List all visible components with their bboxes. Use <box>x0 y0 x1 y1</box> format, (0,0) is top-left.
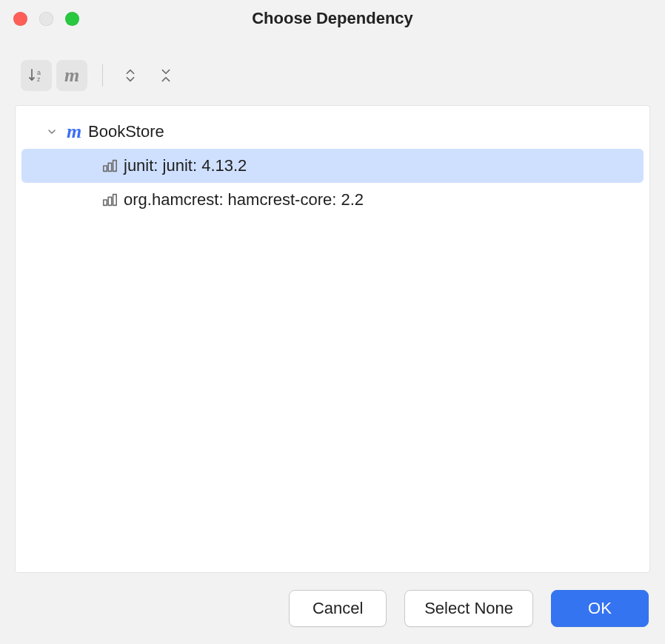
collapse-all-button[interactable] <box>150 60 181 91</box>
library-icon <box>97 192 122 208</box>
cancel-button-label: Cancel <box>313 599 363 618</box>
toolbar-separator <box>102 64 103 87</box>
expand-all-button[interactable] <box>115 60 146 91</box>
zoom-window-button[interactable] <box>65 12 79 26</box>
ok-button-label: OK <box>588 599 612 618</box>
maven-filter-button[interactable]: m <box>56 60 87 91</box>
tree-item-label: org.hamcrest: hamcrest-core: 2.2 <box>122 190 364 209</box>
tree-item-junit[interactable]: junit: junit: 4.13.2 <box>21 149 644 183</box>
select-none-button[interactable]: Select None <box>404 590 533 627</box>
library-icon <box>97 158 122 174</box>
maven-project-icon: m <box>61 122 87 141</box>
cancel-button[interactable]: Cancel <box>289 590 387 627</box>
window-controls <box>13 12 79 26</box>
dependency-tree: m BookStore junit: junit: 4.13.2 <box>16 115 649 217</box>
svg-rect-5 <box>104 200 107 205</box>
chevron-down-icon[interactable] <box>42 126 61 138</box>
collapse-all-icon <box>158 67 174 84</box>
tree-item-label: junit: junit: 4.13.2 <box>122 156 247 175</box>
dialog-buttons: Cancel Select None OK <box>0 573 665 644</box>
svg-rect-6 <box>108 197 112 205</box>
svg-rect-2 <box>104 166 107 171</box>
svg-text:z: z <box>37 76 41 83</box>
titlebar: Choose Dependency <box>0 0 665 37</box>
svg-rect-7 <box>113 195 117 206</box>
window-title: Choose Dependency <box>0 9 665 28</box>
sort-alpha-icon: a z <box>27 67 45 84</box>
minimize-window-button[interactable] <box>39 12 53 26</box>
select-none-button-label: Select None <box>424 599 513 618</box>
maven-icon: m <box>64 66 79 85</box>
tree-item-hamcrest[interactable]: org.hamcrest: hamcrest-core: 2.2 <box>21 183 644 217</box>
close-window-button[interactable] <box>13 12 27 26</box>
ok-button[interactable]: OK <box>551 590 649 627</box>
tree-root-project[interactable]: m BookStore <box>21 115 644 149</box>
toolbar: a z m <box>21 59 644 92</box>
svg-rect-3 <box>108 163 112 171</box>
expand-all-icon <box>122 67 138 84</box>
sort-alpha-button[interactable]: a z <box>21 60 52 91</box>
svg-rect-4 <box>113 161 117 172</box>
tree-root-label: BookStore <box>87 122 164 141</box>
dependency-tree-panel: m BookStore junit: junit: 4.13.2 <box>15 105 650 573</box>
